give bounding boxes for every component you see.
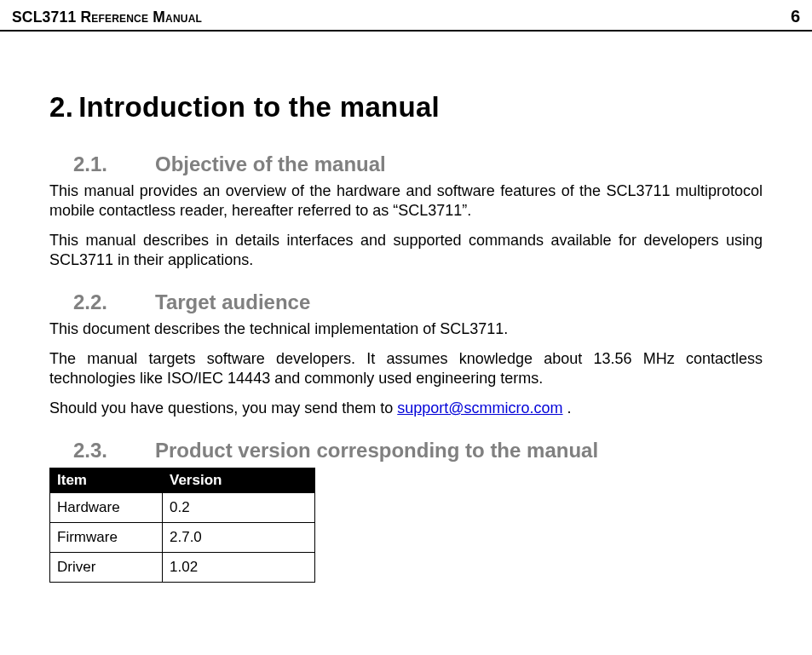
section-heading-audience: 2.2. Target audience — [49, 290, 763, 314]
paragraph: The manual targets software developers. … — [49, 349, 763, 388]
table-cell-item: Driver — [50, 553, 163, 583]
doc-title: SCL3711 Reference Manual — [12, 9, 202, 26]
contact-suffix: . — [563, 399, 572, 417]
table-header-version: Version — [163, 468, 315, 493]
support-email-link[interactable]: support@scmmicro.com — [397, 399, 562, 417]
paragraph: This document describes the technical im… — [49, 319, 763, 339]
table-row: Hardware 0.2 — [50, 493, 315, 523]
section-title: Target audience — [155, 290, 310, 314]
table-row: Driver 1.02 — [50, 553, 315, 583]
table-cell-item: Firmware — [50, 523, 163, 553]
chapter-title: Introduction to the manual — [78, 91, 440, 123]
section-title: Product version corresponding to the man… — [155, 439, 598, 463]
paragraph: This manual describes in details interfa… — [49, 231, 763, 270]
table-cell-item: Hardware — [50, 493, 163, 523]
section-title: Objective of the manual — [155, 152, 386, 176]
table-cell-version: 2.7.0 — [163, 523, 315, 553]
table-row: Firmware 2.7.0 — [50, 523, 315, 553]
section-number: 2.1. — [73, 152, 155, 176]
page-number: 6 — [791, 7, 800, 26]
page-content: 2.Introduction to the manual 2.1. Object… — [0, 32, 812, 600]
section-number: 2.2. — [73, 290, 155, 314]
chapter-heading: 2.Introduction to the manual — [49, 91, 763, 124]
table-header-item: Item — [50, 468, 163, 493]
table-header-row: Item Version — [50, 468, 315, 493]
chapter-number: 2. — [49, 91, 73, 123]
section-heading-version: 2.3. Product version corresponding to th… — [49, 439, 763, 463]
paragraph-contact: Should you have questions, you may send … — [49, 399, 763, 418]
version-table: Item Version Hardware 0.2 Firmware 2.7.0… — [49, 468, 315, 583]
table-cell-version: 1.02 — [163, 553, 315, 583]
doc-title-caps: Reference Manual — [80, 9, 202, 26]
doc-title-prefix: SCL3711 — [12, 9, 80, 26]
page-header: SCL3711 Reference Manual 6 — [0, 0, 812, 32]
section-number: 2.3. — [73, 439, 155, 463]
section-heading-objective: 2.1. Objective of the manual — [49, 152, 763, 176]
contact-prefix: Should you have questions, you may send … — [49, 399, 397, 417]
table-cell-version: 0.2 — [163, 493, 315, 523]
paragraph: This manual provides an overview of the … — [49, 181, 763, 221]
